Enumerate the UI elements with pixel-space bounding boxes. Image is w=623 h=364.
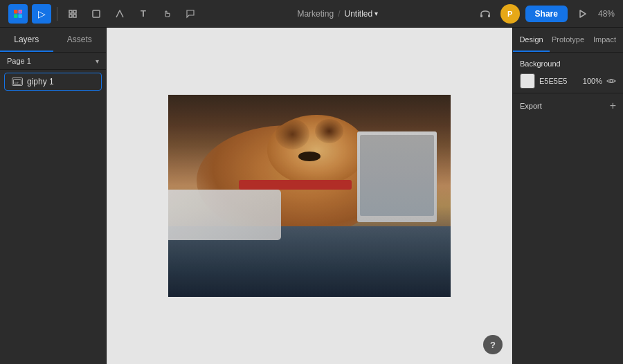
user-avatar[interactable]: P: [500, 4, 520, 24]
topbar: ▷ T: [0, 0, 623, 28]
breadcrumb-separator: /: [338, 9, 340, 19]
breadcrumb-project[interactable]: Marketing: [297, 9, 334, 19]
svg-marker-12: [580, 10, 586, 17]
background-title: Background: [520, 60, 616, 68]
background-opacity[interactable]: 100%: [580, 77, 602, 85]
svg-rect-5: [69, 10, 72, 13]
topbar-right: P Share 48%: [476, 4, 615, 24]
svg-text:GIF: GIF: [15, 80, 19, 84]
zoom-level[interactable]: 48%: [598, 9, 615, 19]
svg-rect-7: [69, 15, 72, 17]
canvas-area[interactable]: ?: [107, 28, 512, 364]
hand-tool[interactable]: [157, 4, 177, 24]
main-layout: Layers Assets Page 1 ▾ GIF giphy 1: [0, 28, 623, 364]
topbar-left: ▷ T: [8, 4, 200, 24]
shape-tool[interactable]: [87, 4, 106, 24]
page-name: Page 1: [7, 57, 31, 65]
tab-design[interactable]: Design: [513, 28, 550, 52]
headphone-button[interactable]: [476, 4, 495, 24]
export-add-button[interactable]: +: [610, 100, 616, 111]
panel-tabs: Layers Assets: [0, 28, 106, 53]
right-tabs: Design Prototype Impact: [513, 28, 623, 53]
topbar-center: Marketing / Untitled ▾: [297, 9, 378, 19]
tab-impact[interactable]: Impact: [586, 28, 623, 52]
page-chevron[interactable]: ▾: [96, 57, 99, 65]
svg-rect-2: [14, 14, 18, 18]
svg-rect-6: [73, 10, 76, 13]
svg-point-15: [610, 80, 613, 82]
layer-giphy1[interactable]: GIF giphy 1: [4, 73, 102, 91]
visibility-eye-icon[interactable]: [606, 76, 616, 87]
layer-name: giphy 1: [27, 77, 54, 87]
svg-rect-3: [19, 14, 23, 18]
right-panel: Design Prototype Impact Background E5E5E…: [512, 28, 623, 364]
figma-logo[interactable]: [8, 4, 28, 24]
export-label: Export: [520, 102, 542, 110]
help-button[interactable]: ?: [483, 335, 503, 354]
tool-separator-1: [57, 7, 57, 21]
tab-assets[interactable]: Assets: [53, 28, 107, 52]
background-color-swatch[interactable]: [520, 73, 535, 89]
svg-rect-10: [480, 15, 482, 17]
page-row: Page 1 ▾: [0, 53, 106, 70]
background-hex[interactable]: E5E5E5: [539, 77, 576, 85]
tab-layers[interactable]: Layers: [0, 28, 53, 52]
breadcrumb-file[interactable]: Untitled ▾: [344, 9, 378, 19]
play-button[interactable]: [573, 4, 593, 24]
move-tool[interactable]: ▷: [32, 4, 51, 24]
export-row: Export +: [513, 93, 623, 116]
svg-point-4: [19, 10, 22, 14]
text-tool[interactable]: T: [134, 4, 153, 24]
left-panel: Layers Assets Page 1 ▾ GIF giphy 1: [0, 28, 107, 364]
file-name-text: Untitled: [344, 9, 372, 19]
background-row: E5E5E5 100%: [520, 73, 616, 89]
svg-rect-11: [488, 15, 490, 17]
svg-rect-0: [14, 10, 18, 14]
svg-rect-8: [73, 15, 76, 17]
pen-tool[interactable]: [110, 4, 129, 24]
tab-prototype[interactable]: Prototype: [550, 28, 586, 52]
file-name-chevron: ▾: [374, 10, 378, 17]
gif-layer-icon: GIF: [12, 78, 23, 86]
background-section: Background E5E5E5 100%: [513, 53, 623, 93]
canvas-frame: [168, 95, 451, 297]
frame-tool[interactable]: [63, 4, 82, 24]
comment-tool[interactable]: [181, 4, 200, 24]
svg-rect-9: [93, 10, 100, 17]
share-button[interactable]: Share: [525, 6, 568, 22]
